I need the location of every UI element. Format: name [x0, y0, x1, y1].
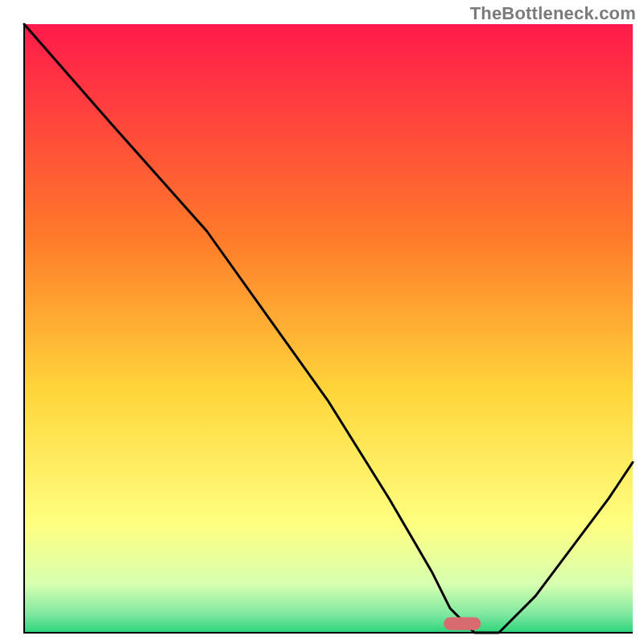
- plot-svg: [0, 0, 644, 644]
- optimal-marker: [444, 617, 481, 630]
- bottleneck-chart: TheBottleneck.com: [0, 0, 644, 644]
- plot-background: [24, 24, 633, 633]
